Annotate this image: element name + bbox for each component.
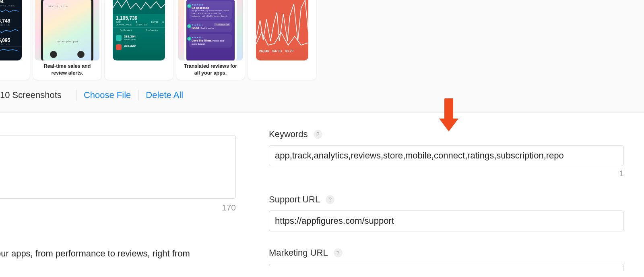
screenshots-section: 32,694APP DOWNLOADS 2,656,748IMPRESSIONS… xyxy=(0,0,644,113)
help-icon[interactable]: ? xyxy=(334,248,343,257)
form-area: 170 our apps, from performance to review… xyxy=(0,113,644,135)
screenshot-actions: 10 Screenshots Choose File Delete All xyxy=(0,90,183,100)
review-card: ◎ ★★★★★ So obsessed my gf left me, my bo… xyxy=(189,1,232,20)
area-chart-icon xyxy=(256,0,308,48)
screenshot-caption: Real-time sales and review alerts. xyxy=(33,60,101,74)
screenshot-card[interactable]: 1,105,739 APP DOWNLOADS 0 UPDATES 26,712… xyxy=(105,0,173,80)
keywords-field: Keywords ? 1 xyxy=(269,129,624,178)
delete-all-button[interactable]: Delete All xyxy=(146,90,183,100)
keywords-input[interactable] xyxy=(269,145,624,166)
swipe-label: swipe up to open xyxy=(57,40,78,43)
lockscreen-date: DEC 22, 2019 xyxy=(48,5,68,8)
stat-value: 2,656,748 xyxy=(0,18,10,24)
list-item: 365,329 xyxy=(113,42,165,52)
screenshot-card[interactable]: DEC 22, 2019 swipe up to open Real-time … xyxy=(33,0,101,80)
star-rating-icon: ★★★★☆ xyxy=(192,36,229,39)
screenshot-caption xyxy=(277,60,288,74)
help-icon[interactable]: ? xyxy=(326,195,334,204)
dock-icon xyxy=(77,51,85,58)
dock-icon xyxy=(50,51,57,58)
divider xyxy=(76,90,76,100)
divider xyxy=(138,90,138,100)
keywords-label: Keywords xyxy=(269,129,308,140)
screenshot-caption: Translated reviews for all your apps. xyxy=(176,60,245,74)
stat-row: APP DOWNLOADS 0 UPDATES 26,712 0 xyxy=(113,21,165,27)
screenshot-thumbnails: 32,694APP DOWNLOADS 2,656,748IMPRESSIONS… xyxy=(0,0,644,80)
pin-icon: ◎ xyxy=(187,24,191,28)
marketing-url-label: Marketing URL xyxy=(269,248,328,258)
segment-tabs: By ProductBy Country xyxy=(113,27,165,33)
stat-value: 32,694 xyxy=(0,0,4,4)
support-url-input[interactable] xyxy=(269,210,624,231)
stat-label: IMPRESSIONS xyxy=(0,43,19,46)
stat-value: 1,165,095 xyxy=(0,37,10,43)
screenshot-caption xyxy=(133,60,144,74)
description-textarea[interactable] xyxy=(0,135,236,199)
screenshot-card[interactable]: 26,646 $47.61 $1.79 xyxy=(248,0,316,80)
stat-label: IMPRESSIONS xyxy=(0,24,19,26)
screenshot-caption xyxy=(6,60,17,74)
truncated-description-text: our apps, from performance to reviews, r… xyxy=(0,248,190,259)
pin-icon: ◎ xyxy=(187,37,191,41)
pin-icon: ◎ xyxy=(187,4,191,8)
stat-label: APP DOWNLOADS xyxy=(0,4,19,7)
dock-icons xyxy=(50,51,85,58)
choose-file-button[interactable]: Choose File xyxy=(84,90,131,100)
translated-badge: TRANSLATED xyxy=(214,23,230,26)
review-card: ◎ TRANSLATED ★★★★☆ Good I find it works xyxy=(189,21,232,32)
screenshot-card[interactable]: ◎ ★★★★★ So obsessed my gf left me, my bo… xyxy=(176,0,245,80)
star-rating-icon: ★★★★★ xyxy=(192,3,229,6)
help-icon[interactable]: ? xyxy=(314,130,322,139)
support-url-label: Support URL xyxy=(269,194,320,205)
char-counter: 1 xyxy=(269,169,624,178)
screenshot-count: 10 Screenshots xyxy=(0,90,69,100)
marketing-url-input[interactable] xyxy=(269,264,624,271)
left-column: 170 our apps, from performance to review… xyxy=(0,135,236,212)
char-counter: 170 xyxy=(0,203,236,212)
hero-stat: 1,105,739 xyxy=(113,14,165,21)
right-column: Keywords ? 1 Support URL ? Marketing URL… xyxy=(269,129,624,277)
screenshot-card[interactable]: 32,694APP DOWNLOADS 2,656,748IMPRESSIONS… xyxy=(0,0,30,80)
metric-row: 26,646 $47.61 $1.79 xyxy=(256,48,308,53)
review-card: ◎ ★★★★☆ Love the filters Please add more… xyxy=(189,34,232,48)
marketing-url-field: Marketing URL ? xyxy=(269,248,624,271)
line-chart-icon xyxy=(113,0,165,14)
list-item: 369,304Action Game xyxy=(113,33,165,42)
support-url-field: Support URL ? xyxy=(269,194,624,231)
